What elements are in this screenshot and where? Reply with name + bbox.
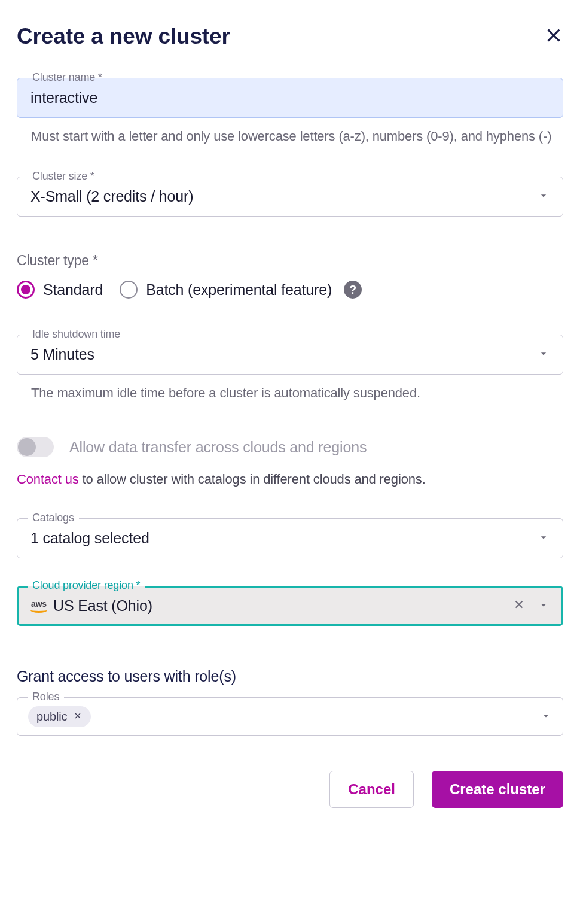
contact-line: Contact us to allow cluster with catalog… [17, 472, 563, 487]
roles-heading: Grant access to users with role(s) [17, 668, 563, 685]
radio-standard-circle [17, 281, 35, 299]
dialog-title: Create a new cluster [17, 24, 230, 49]
chevron-down-icon [538, 188, 550, 205]
radio-standard-label: Standard [43, 281, 103, 299]
cluster-name-label: Cluster name * [28, 71, 107, 84]
cluster-name-value: interactive [30, 89, 97, 107]
radio-batch[interactable]: Batch (experimental feature) ? [120, 281, 362, 299]
roles-label: Roles [28, 691, 64, 703]
clear-region-icon[interactable] [512, 597, 526, 615]
idle-shutdown-select[interactable]: 5 Minutes [17, 335, 563, 375]
contact-us-link[interactable]: Contact us [17, 472, 79, 487]
roles-select[interactable]: public [17, 697, 563, 736]
chevron-down-icon [538, 530, 550, 547]
aws-icon: aws [30, 600, 47, 613]
radio-batch-label: Batch (experimental feature) [146, 281, 332, 299]
cross-cloud-toggle[interactable] [17, 437, 54, 457]
remove-chip-icon[interactable] [73, 710, 83, 724]
cluster-name-input[interactable]: interactive [17, 78, 563, 118]
toggle-knob [18, 438, 36, 456]
region-value: US East (Ohio) [53, 597, 152, 615]
close-icon[interactable] [544, 26, 563, 47]
idle-shutdown-value: 5 Minutes [30, 346, 94, 363]
radio-batch-circle [120, 281, 138, 299]
role-chip-public[interactable]: public [28, 706, 91, 727]
cross-cloud-toggle-label: Allow data transfer across clouds and re… [69, 439, 367, 456]
cluster-size-value: X-Small (2 credits / hour) [30, 188, 193, 205]
cancel-button[interactable]: Cancel [329, 771, 414, 808]
idle-shutdown-label: Idle shutdown time [28, 328, 125, 341]
chevron-down-icon [538, 597, 550, 615]
chevron-down-icon [540, 708, 552, 725]
cluster-name-helper: Must start with a letter and only use lo… [17, 126, 563, 147]
region-select[interactable]: aws US East (Ohio) [17, 586, 563, 626]
region-label: Cloud provider region * [28, 579, 145, 592]
radio-standard[interactable]: Standard [17, 281, 103, 299]
catalogs-select[interactable]: 1 catalog selected [17, 518, 563, 558]
help-icon[interactable]: ? [344, 281, 362, 299]
chevron-down-icon [538, 346, 550, 363]
cluster-type-label: Cluster type * [17, 253, 563, 269]
create-cluster-button[interactable]: Create cluster [432, 771, 563, 808]
role-chip-label: public [36, 710, 67, 724]
catalogs-value: 1 catalog selected [30, 530, 149, 547]
catalogs-label: Catalogs [28, 512, 79, 524]
cluster-size-label: Cluster size * [28, 170, 99, 183]
cluster-size-select[interactable]: X-Small (2 credits / hour) [17, 177, 563, 217]
idle-shutdown-helper: The maximum idle time before a cluster i… [17, 383, 563, 403]
